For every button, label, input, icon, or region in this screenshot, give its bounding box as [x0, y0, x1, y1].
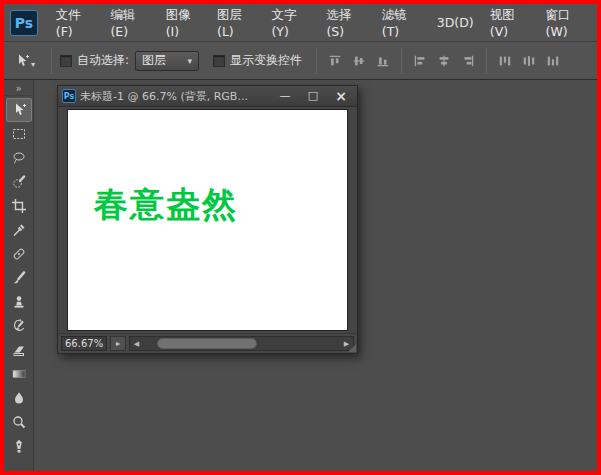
separator — [401, 48, 402, 74]
tool-history-brush[interactable] — [6, 314, 32, 338]
document-title: 未标题-1 @ 66.7% (背景, RGB... — [80, 89, 269, 104]
dropdown-value: 图层 — [142, 52, 166, 69]
canvas-area: 春意盎然 — [58, 107, 357, 333]
photoshop-logo: Ps — [10, 10, 38, 36]
align-vertical-centers-icon[interactable] — [349, 51, 369, 71]
tool-blur[interactable] — [6, 386, 32, 410]
scroll-left-icon[interactable]: ◀ — [130, 340, 143, 348]
document-status-bar: 66.67% ▸ ◀ ▶ — [58, 333, 357, 353]
show-transform-label: 显示变换控件 — [230, 52, 302, 69]
tool-clone-stamp[interactable] — [6, 290, 32, 314]
quick-selection-tool-icon — [11, 174, 27, 190]
tool-preset-picker[interactable]: ▾ — [10, 51, 39, 71]
workspace: Ps 未标题-1 @ 66.7% (背景, RGB... — □ × 春意盎然 … — [34, 80, 597, 471]
eyedropper-tool-icon — [11, 222, 27, 238]
menu-item-3d[interactable]: 3D(D) — [429, 4, 482, 41]
dodge-tool-icon — [11, 414, 27, 430]
marquee-tool-icon — [11, 126, 27, 142]
crop-tool-icon — [11, 198, 27, 214]
resize-grip[interactable] — [348, 344, 356, 352]
menu-item-file[interactable]: 文件(F) — [48, 4, 103, 41]
clone-stamp-tool-icon — [11, 294, 27, 310]
lasso-tool-icon — [11, 150, 27, 166]
tool-quick-selection[interactable] — [6, 170, 32, 194]
options-bar: ▾ 自动选择: 图层 ▾ 显示变换控件 — [4, 42, 597, 80]
maximize-button[interactable]: □ — [301, 88, 325, 104]
canvas-text: 春意盎然 — [94, 182, 238, 228]
app-body: » — [4, 80, 597, 471]
blur-tool-icon — [11, 390, 27, 406]
menu-item-window[interactable]: 窗口(W) — [538, 4, 597, 41]
close-button[interactable]: × — [329, 88, 353, 104]
zoom-input[interactable]: 66.67% — [61, 336, 107, 351]
scrollbar-track[interactable] — [143, 337, 340, 350]
tool-move[interactable] — [6, 98, 32, 122]
separator — [316, 48, 317, 74]
logo-text: Ps — [15, 15, 33, 31]
horizontal-scrollbar[interactable]: ◀ ▶ — [129, 336, 354, 351]
align-group-horizontal — [410, 51, 478, 71]
tool-brush[interactable] — [6, 266, 32, 290]
tools-panel: » — [4, 80, 34, 471]
tool-eyedropper[interactable] — [6, 218, 32, 242]
menu-item-edit[interactable]: 编辑(E) — [102, 4, 157, 41]
minimize-button[interactable]: — — [273, 88, 297, 104]
document-title-bar[interactable]: Ps 未标题-1 @ 66.7% (背景, RGB... — □ × — [58, 86, 357, 107]
align-left-edges-icon[interactable] — [410, 51, 430, 71]
collapse-tools-icon[interactable]: » — [4, 82, 33, 96]
tool-crop[interactable] — [6, 194, 32, 218]
history-brush-tool-icon — [11, 318, 27, 334]
distribute-top-edges-icon[interactable] — [495, 51, 515, 71]
pen-tool-icon — [11, 438, 27, 454]
align-horizontal-centers-icon[interactable] — [434, 51, 454, 71]
menu-item-select[interactable]: 选择(S) — [318, 4, 373, 41]
menu-bar: Ps 文件(F) 编辑(E) 图像(I) 图层(L) 文字(Y) 选择(S) 滤… — [4, 4, 597, 42]
show-transform-checkbox[interactable] — [213, 55, 225, 67]
align-bottom-edges-icon[interactable] — [373, 51, 393, 71]
eraser-tool-icon — [11, 342, 27, 358]
tool-pen[interactable] — [6, 434, 32, 458]
menu-item-view[interactable]: 视图(V) — [482, 4, 538, 41]
tool-dodge[interactable] — [6, 410, 32, 434]
align-group-vertical — [325, 51, 393, 71]
align-top-edges-icon[interactable] — [325, 51, 345, 71]
align-right-edges-icon[interactable] — [458, 51, 478, 71]
separator — [51, 48, 52, 74]
menu-item-filter[interactable]: 滤镜(T) — [374, 4, 429, 41]
brush-tool-icon — [11, 270, 27, 286]
chevron-down-icon: ▾ — [31, 60, 35, 69]
menu-item-type[interactable]: 文字(Y) — [263, 4, 318, 41]
healing-brush-tool-icon — [11, 246, 27, 262]
scrollbar-thumb[interactable] — [157, 338, 257, 349]
tool-spot-healing-brush[interactable] — [6, 242, 32, 266]
photoshop-window: Ps 文件(F) 编辑(E) 图像(I) 图层(L) 文字(Y) 选择(S) 滤… — [0, 0, 601, 475]
tool-lasso[interactable] — [6, 146, 32, 170]
document-window: Ps 未标题-1 @ 66.7% (背景, RGB... — □ × 春意盎然 … — [57, 85, 358, 354]
document-icon: Ps — [62, 89, 76, 103]
auto-select-target-dropdown[interactable]: 图层 ▾ — [135, 51, 199, 71]
distribute-vertical-centers-icon[interactable] — [519, 51, 539, 71]
tool-gradient[interactable] — [6, 362, 32, 386]
separator — [486, 48, 487, 74]
menu-item-layer[interactable]: 图层(L) — [209, 4, 263, 41]
tool-eraser[interactable] — [6, 338, 32, 362]
move-tool-icon — [11, 102, 27, 118]
tool-rectangular-marquee[interactable] — [6, 122, 32, 146]
status-flyout-button[interactable]: ▸ — [110, 336, 126, 351]
menu-item-image[interactable]: 图像(I) — [158, 4, 209, 41]
chevron-down-icon: ▾ — [178, 56, 193, 66]
auto-select-label: 自动选择: — [77, 52, 129, 69]
auto-select-checkbox[interactable] — [60, 55, 72, 67]
distribute-group — [495, 51, 563, 71]
move-tool-icon — [14, 53, 30, 69]
canvas[interactable]: 春意盎然 — [67, 109, 348, 331]
distribute-bottom-edges-icon[interactable] — [543, 51, 563, 71]
gradient-tool-icon — [11, 366, 27, 382]
